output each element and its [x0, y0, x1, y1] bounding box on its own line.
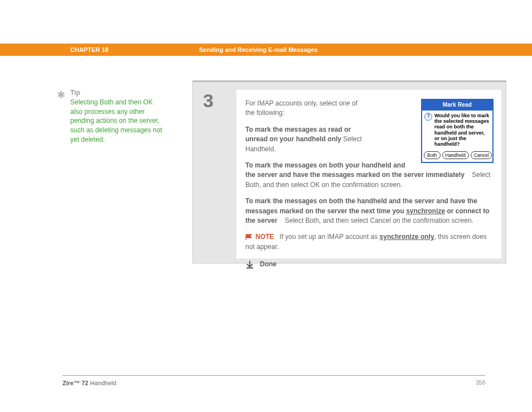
synchronize-only-link[interactable]: synchronize only	[380, 233, 434, 241]
option-2: To mark the messages on both your handhe…	[245, 161, 494, 190]
step-number: 3	[203, 90, 214, 112]
note-flag-icon	[245, 234, 253, 241]
question-icon: ?	[424, 113, 432, 121]
dialog-button-row: Both Handheld Cancel	[422, 150, 492, 162]
footer-product-bold: Zire™ 72	[62, 380, 88, 386]
dialog-body: ? Would you like to mark the selected me…	[422, 111, 492, 150]
tip-star-icon: ✱	[57, 88, 65, 102]
dialog-title: Mark Read	[422, 100, 492, 111]
option-3-tail: Select Both, and then select Cancel on t…	[285, 217, 473, 224]
note-line: NOTE If you set up an IMAP account as sy…	[245, 232, 494, 252]
tip-sidebar: ✱ Tip Selecting Both and then OK also pr…	[58, 88, 181, 145]
chapter-title: Sending and Receiving E-mail Messages	[199, 46, 318, 53]
footer-divider	[62, 375, 485, 376]
done-row: Done	[245, 260, 494, 269]
done-label: Done	[260, 260, 277, 269]
step-panel: 3 Mark Read ? Would you like to mark the…	[192, 80, 506, 264]
footer-page-number: 358	[476, 380, 485, 386]
step-content: Mark Read ? Would you like to mark the s…	[236, 90, 501, 258]
cancel-button[interactable]: Cancel	[471, 151, 492, 159]
chapter-number: CHAPTER 18	[70, 46, 108, 53]
footer-product-tail: Handheld	[88, 380, 116, 386]
chapter-header: CHAPTER 18 Sending and Receiving E-mail …	[0, 44, 532, 56]
synchronize-link[interactable]: synchronize	[406, 207, 445, 215]
note-pre: If you set up an IMAP account as	[279, 233, 379, 241]
note-label: NOTE	[255, 233, 274, 241]
option-1: To mark the messages as read or unread o…	[245, 125, 365, 154]
tip-heading: Tip	[70, 88, 181, 98]
option-2-bold: To mark the messages on both your handhe…	[245, 161, 465, 179]
done-arrow-icon	[245, 260, 254, 269]
dialog-message: Would you like to mark the selected mess…	[434, 113, 490, 147]
both-button[interactable]: Both	[424, 151, 441, 159]
step-intro: For IMAP accounts only, select one of th…	[245, 99, 365, 118]
mark-read-dialog: Mark Read ? Would you like to mark the s…	[421, 99, 494, 163]
tip-body: Selecting Both and then OK also processe…	[70, 98, 165, 145]
footer-product: Zire™ 72 Handheld	[62, 380, 117, 386]
handheld-button[interactable]: Handheld	[442, 151, 469, 159]
option-3: To mark the messages on both the handhel…	[245, 197, 494, 226]
option-1-bold: To mark the messages as read or unread o…	[245, 126, 351, 143]
